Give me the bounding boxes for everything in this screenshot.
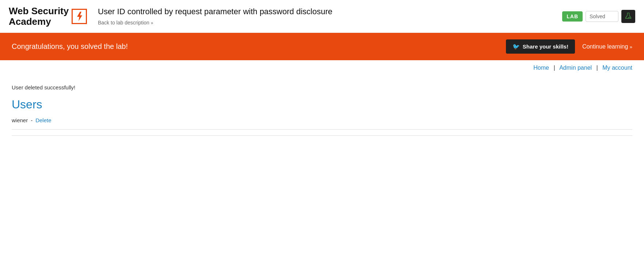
- divider-line: [12, 135, 632, 136]
- banner-actions: 🐦 Share your skills! Continue learning »: [506, 39, 632, 54]
- logo-icon: [72, 9, 87, 24]
- page-header: Web Security Academy User ID controlled …: [0, 0, 644, 33]
- nav-separator-2: |: [597, 65, 598, 71]
- logo-area: Web Security Academy: [9, 6, 89, 27]
- flask-button[interactable]: [621, 10, 635, 23]
- flask-icon: [625, 13, 631, 20]
- username-text: wiener: [12, 117, 28, 123]
- header-right: LAB: [562, 10, 635, 23]
- solved-input[interactable]: [586, 11, 618, 22]
- home-link[interactable]: Home: [533, 65, 549, 71]
- svg-point-2: [628, 18, 628, 19]
- user-row: wiener - Delete: [12, 117, 632, 130]
- back-to-lab-link[interactable]: Back to lab description »: [98, 20, 153, 26]
- nav-links: Home | Admin panel | My account: [0, 60, 644, 76]
- user-row-separator: -: [31, 117, 33, 123]
- twitter-icon: 🐦: [512, 43, 520, 50]
- header-center: User ID controlled by request parameter …: [89, 7, 562, 26]
- share-button-label: Share your skills!: [523, 43, 568, 50]
- delete-user-link[interactable]: Delete: [35, 117, 51, 123]
- banner-message: Congratulations, you solved the lab!: [12, 42, 128, 51]
- logo-text: Web Security Academy: [9, 6, 69, 27]
- users-heading: Users: [12, 98, 632, 111]
- lab-title: User ID controlled by request parameter …: [98, 7, 553, 16]
- continue-learning-link[interactable]: Continue learning »: [582, 43, 632, 50]
- success-banner: Congratulations, you solved the lab! 🐦 S…: [0, 33, 644, 60]
- main-content: User deleted successfully! Users wiener …: [0, 76, 644, 145]
- success-message: User deleted successfully!: [12, 84, 632, 90]
- svg-marker-0: [77, 12, 82, 21]
- svg-point-1: [629, 17, 630, 18]
- my-account-link[interactable]: My account: [602, 65, 632, 71]
- lab-badge: LAB: [562, 11, 583, 22]
- admin-panel-link[interactable]: Admin panel: [559, 65, 592, 71]
- share-skills-button[interactable]: 🐦 Share your skills!: [506, 39, 575, 54]
- nav-separator-1: |: [553, 65, 555, 71]
- lightning-icon: [76, 12, 83, 21]
